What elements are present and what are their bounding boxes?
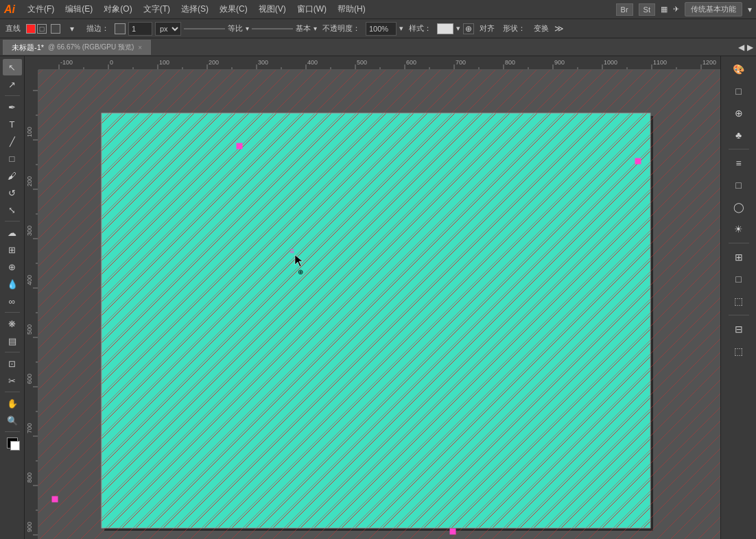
svg-rect-234 [52, 496, 58, 502]
stroke-line1-area[interactable]: 等比 ▾ [184, 23, 249, 34]
stroke-color-sub[interactable] [10, 441, 20, 451]
canvas-area[interactable]: ≡⊕ [25, 56, 720, 539]
stroke-size-input[interactable] [128, 22, 152, 36]
stroke-color-swatch[interactable] [26, 24, 36, 34]
color-swatches [7, 438, 18, 448]
svg-rect-232 [237, 143, 242, 149]
menu-window[interactable]: 窗口(W) [292, 2, 332, 16]
panel-artboards-btn[interactable]: ⬚ [727, 341, 751, 361]
document-tab[interactable]: 未标题-1* @ 66.67% (RGB/GPU 预览) × [3, 40, 151, 55]
svg-text:≡: ≡ [290, 246, 294, 256]
tool-scale[interactable]: ⤡ [3, 202, 22, 218]
menu-file[interactable]: 文件(F) [22, 2, 60, 16]
style-swatch[interactable] [437, 23, 453, 34]
tab-scroll-area: ◀ ▶ [738, 43, 753, 52]
panel-effects-btn[interactable]: ☀ [727, 219, 751, 239]
menu-text[interactable]: 文字(T) [138, 2, 176, 16]
tool-pen[interactable]: ✒ [3, 99, 22, 115]
tool-slice[interactable]: ✂ [3, 372, 22, 389]
panel-symbols-btn[interactable]: ♣ [727, 125, 751, 145]
tab-subtitle: @ 66.67% (RGB/GPU 预览) [48, 43, 134, 52]
canvas[interactable]: ≡⊕ [38, 70, 720, 539]
panel-transform-btn[interactable]: □ [727, 269, 751, 289]
stroke-line1-label: 等比 [228, 23, 243, 34]
tool-artboard[interactable]: ⊡ [3, 355, 22, 372]
tool-warp[interactable]: ☁ [3, 224, 22, 241]
shape-label: 形状： [500, 23, 528, 34]
menu-effect[interactable]: 效果(C) [214, 2, 253, 16]
tool-type[interactable]: T [3, 116, 22, 132]
arrow-btn[interactable]: ✈ [673, 5, 679, 14]
panel-stroke-btn[interactable]: ≡ [727, 153, 751, 173]
tool-blend[interactable]: ∞ [3, 293, 22, 309]
menu-select[interactable]: 选择(S) [176, 2, 214, 16]
tool-direct-select[interactable]: ↗ [3, 76, 22, 93]
tab-close-btn[interactable]: × [138, 44, 142, 51]
globe-btn[interactable]: ⊕ [463, 23, 474, 34]
tool-eyedropper[interactable]: 💧 [3, 276, 22, 292]
panel-appearance-btn[interactable]: ◯ [727, 197, 751, 217]
stroke-label: 描边： [84, 23, 112, 34]
menu-object[interactable]: 对象(O) [98, 2, 137, 16]
fill-swatch[interactable]: □ [37, 24, 47, 34]
tab-scroll-right[interactable]: ▶ [747, 43, 753, 52]
tool-sep-2 [5, 221, 20, 221]
tool-paintbrush[interactable]: 🖌 [3, 167, 22, 184]
panel-layers-btn[interactable]: ⊟ [727, 319, 751, 339]
panel-gradient-btn[interactable]: □ [727, 175, 751, 195]
menu-edit[interactable]: 编辑(E) [60, 2, 98, 16]
workspace-arrow[interactable]: ▾ [748, 5, 752, 14]
bridge-btn[interactable]: Br [616, 3, 633, 16]
style-arrow[interactable]: ▾ [456, 24, 460, 33]
svg-rect-235 [450, 529, 456, 534]
ruler-left [25, 70, 38, 539]
panel-pathfinder-btn[interactable]: ⬚ [727, 291, 751, 311]
right-panel: 🎨 □ ⊕ ♣ ≡ □ ◯ ☀ ⊞ □ ⬚ ⊟ ⬚ [720, 56, 756, 539]
stroke-line2 [252, 28, 293, 29]
workspace-btn[interactable]: 传统基本功能 [685, 2, 742, 16]
stroke-unit-select[interactable]: px pt [155, 22, 181, 36]
tool-sep-4 [5, 352, 20, 352]
panel-swatches-btn[interactable]: □ [727, 81, 751, 101]
tool-hand[interactable]: ✋ [3, 395, 22, 411]
menubar: Ai 文件(F) 编辑(E) 对象(O) 文字(T) 选择(S) 效果(C) 视… [0, 0, 756, 19]
tool-line[interactable]: ╱ [3, 133, 22, 149]
panel-color-btn[interactable]: 🎨 [727, 59, 751, 80]
panel-sep-1 [729, 149, 749, 149]
tool-shape-builder[interactable]: ⊕ [3, 259, 22, 275]
opacity-input[interactable] [366, 22, 397, 36]
tool-free-transform[interactable]: ⊞ [3, 241, 22, 258]
stroke-small-swatch[interactable] [115, 23, 126, 34]
panel-align-btn[interactable]: ⊞ [727, 247, 751, 267]
svg-rect-233 [635, 158, 641, 164]
tab-title: 未标题-1* [12, 43, 44, 53]
panel-brushes-btn[interactable]: ⊕ [727, 103, 751, 123]
tool-zoom[interactable]: 🔍 [3, 412, 22, 429]
transform-label: 变换 [531, 23, 552, 34]
left-toolbar: ↖ ↗ ✒ T ╱ □ 🖌 ↺ ⤡ ☁ ⊞ ⊕ 💧 ∞ ❋ ▤ ⊡ ✂ ✋ 🔍 [0, 56, 25, 539]
tool-select[interactable]: ↖ [3, 59, 22, 75]
tool-column-graph[interactable]: ▤ [3, 333, 22, 349]
opacity-arrow[interactable]: ▾ [399, 24, 403, 33]
stroke-line2-area[interactable]: 基本 ▾ [252, 23, 317, 34]
tool-sep-3 [5, 312, 20, 313]
ai-logo: Ai [4, 3, 15, 16]
menu-help[interactable]: 帮助(H) [332, 2, 371, 16]
tab-scroll-left[interactable]: ◀ [738, 43, 744, 52]
stroke-color-area[interactable]: □ [26, 24, 47, 34]
tool-symbol[interactable]: ❋ [3, 315, 22, 332]
ruler-left-canvas [25, 70, 38, 539]
fill-color-swatch[interactable] [7, 438, 18, 448]
tool-rect[interactable]: □ [3, 150, 22, 167]
transform-more-btn[interactable]: ≫ [554, 23, 564, 34]
grid-btn[interactable]: ▦ [661, 5, 668, 14]
stroke-line2-label: 基本 [296, 23, 311, 34]
stroke-box[interactable] [51, 24, 60, 34]
tool-rotate[interactable]: ↺ [3, 184, 22, 201]
svg-text:⊕: ⊕ [298, 268, 303, 276]
ruler-corner [25, 56, 38, 70]
stroke-line2-arrow: ▾ [314, 25, 317, 32]
stock-btn[interactable]: St [639, 3, 655, 16]
tool-sep-5 [5, 392, 20, 392]
menu-view[interactable]: 视图(V) [253, 2, 292, 16]
